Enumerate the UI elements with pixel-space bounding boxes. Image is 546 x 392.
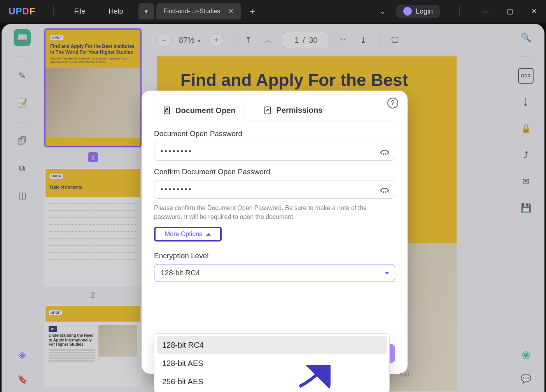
new-tab-button[interactable]: ＋: [245, 4, 259, 18]
confirm-password-label: Confirm Document Open Password: [154, 168, 395, 176]
encryption-dropdown: 128-bit RC4 128-bit AES 256-bit AES: [154, 333, 390, 392]
cutoff-text: will: [400, 371, 409, 378]
modal-tabs: Document Open Permissions: [154, 101, 395, 121]
dropdown-option[interactable]: 128-bit AES: [157, 354, 387, 373]
more-options-label: More Options: [165, 231, 202, 238]
confirm-password-field[interactable]: [154, 180, 395, 199]
divider: [459, 6, 460, 16]
tab-permissions[interactable]: Permissions: [255, 101, 330, 121]
password-field[interactable]: [154, 142, 395, 161]
security-modal: ? Document Open Permissions Document Ope…: [142, 91, 408, 374]
tab-label: Find-and-...r-Studies: [163, 8, 220, 15]
password-input[interactable]: [161, 147, 376, 156]
eye-icon[interactable]: [379, 184, 390, 195]
tab-document-open[interactable]: Document Open: [154, 101, 243, 121]
titlebar: UPDF File Help ▾ Find-and-...r-Studies ✕…: [0, 0, 546, 23]
help-icon[interactable]: ?: [387, 98, 398, 108]
window-close-button[interactable]: ✕: [527, 5, 541, 18]
caret-down-icon: [385, 272, 389, 275]
svg-rect-1: [166, 110, 168, 112]
app-logo: UPDF: [9, 6, 35, 17]
password-label: Document Open Password: [154, 130, 395, 138]
close-icon[interactable]: ✕: [228, 7, 234, 16]
avatar-icon: [403, 7, 412, 16]
tab-label: Document Open: [175, 106, 235, 115]
lock-document-icon: [162, 106, 172, 115]
chevron-down-icon[interactable]: ⌄: [380, 7, 385, 16]
tab-blank[interactable]: ▾: [138, 3, 154, 19]
eye-icon[interactable]: [379, 146, 390, 157]
confirm-password-input[interactable]: [161, 186, 376, 194]
svg-rect-2: [265, 107, 270, 114]
password-hint: Please confirm the Document Open Passwor…: [154, 203, 395, 221]
login-button[interactable]: Login: [396, 5, 440, 18]
window-minimize-button[interactable]: —: [479, 5, 492, 18]
more-options-button[interactable]: More Options: [154, 227, 222, 242]
login-label: Login: [416, 7, 433, 16]
chevron-down-icon: ▾: [145, 8, 148, 15]
dropdown-option[interactable]: 128-bit RC4: [157, 336, 387, 354]
encryption-selected: 128-bit RC4: [161, 269, 200, 277]
permissions-icon: [263, 106, 272, 115]
divider: [53, 6, 54, 16]
dropdown-option[interactable]: 256-bit AES: [157, 373, 387, 391]
menu-help[interactable]: Help: [108, 7, 123, 16]
tab-label: Permissions: [276, 106, 322, 115]
encryption-label: Encryption Level: [154, 252, 395, 260]
menu-file[interactable]: File: [74, 7, 85, 16]
workspace: 📖 ✎ 📝 🗐 ⧉ ◫ ◈ 🔖 🔍 OCR ⭭ 🔒 ⤴ ✉ 💾 ❀ 💬 UPDF: [2, 24, 544, 392]
encryption-select[interactable]: 128-bit RC4: [154, 264, 395, 282]
window-maximize-button[interactable]: ▢: [503, 5, 516, 18]
document-tab[interactable]: Find-and-...r-Studies ✕: [156, 3, 241, 19]
caret-up-icon: [206, 233, 211, 236]
